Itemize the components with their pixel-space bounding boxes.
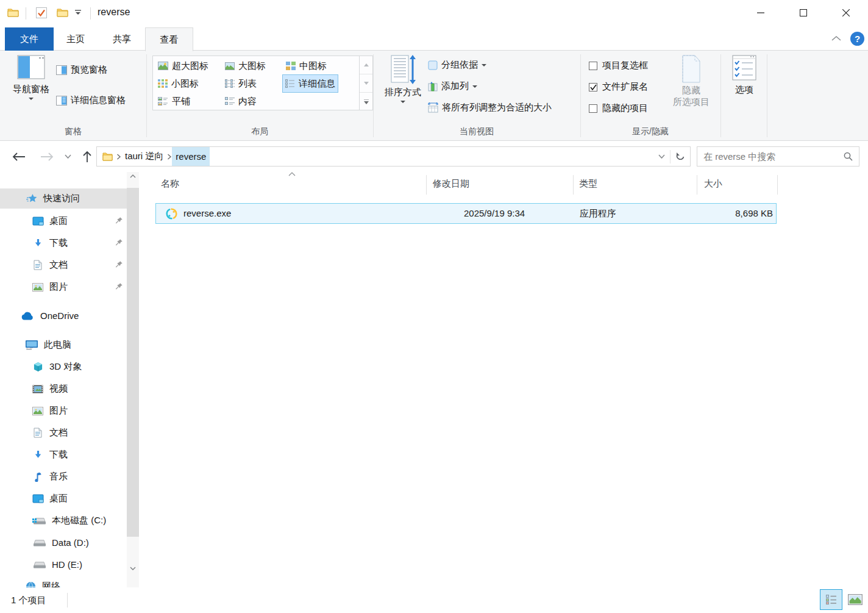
layout-medium-icons[interactable]: 中图标 [283,57,329,74]
up-button[interactable] [78,141,96,172]
sidebar-item-onedrive[interactable]: OneDrive [0,306,127,326]
breadcrumb-chevron-icon[interactable] [116,154,121,160]
add-columns-icon [428,82,438,91]
video-icon [32,385,44,393]
hidden-items-checkbox[interactable]: 隐藏的项目 [589,102,648,114]
close-button[interactable] [832,0,860,26]
column-divider[interactable] [777,175,778,195]
sidebar-item-music[interactable]: 音乐 [0,467,127,487]
sidebar-item-desktop-pinned[interactable]: 桌面 [0,211,127,231]
tab-home[interactable]: 主页 [56,27,95,51]
address-dropdown-button[interactable] [653,154,670,159]
sidebar-item-documents-pinned[interactable]: 文档 [0,255,127,275]
gallery-scroll-down[interactable] [360,74,372,92]
network-globe-icon [24,581,37,587]
show-hide-group-label: 显示/隐藏 [580,126,720,137]
layout-tiles[interactable]: 平铺 [155,93,193,110]
sidebar-item-videos[interactable]: 视频 [0,379,127,399]
pin-icon[interactable] [115,282,123,291]
column-divider[interactable] [426,175,427,195]
collapse-ribbon-button[interactable] [831,35,842,41]
qat-customize-dropdown[interactable] [74,10,82,16]
column-divider[interactable] [697,175,697,195]
column-header-date[interactable]: 修改日期 [433,178,469,190]
help-button[interactable]: ? [850,31,865,46]
search-icon[interactable] [838,152,859,161]
sidebar-item-pictures-pinned[interactable]: 图片 [0,277,127,297]
sidebar-item-documents[interactable]: 文档 [0,423,127,443]
search-input[interactable] [697,151,838,162]
column-header-size[interactable]: 大小 [704,178,722,190]
window-title: reverse [98,7,130,18]
preview-pane-button[interactable]: 预览窗格 [56,64,107,76]
sidebar-item-label: 视频 [49,383,68,395]
back-button[interactable] [10,141,28,172]
sidebar-item-pictures[interactable]: 图片 [0,401,127,421]
refresh-button[interactable] [671,152,690,162]
details-view-toggle[interactable] [820,589,842,610]
sidebar-item-hd-e[interactable]: HD (E:) [0,554,127,575]
tab-view[interactable]: 查看 [145,27,193,51]
details-pane-button[interactable]: 详细信息窗格 [56,95,126,106]
column-header-type[interactable]: 类型 [579,178,597,190]
layout-details[interactable]: 详细信息 [282,74,338,93]
sidebar-item-network[interactable]: 网络 [0,576,127,587]
qat-properties-button[interactable] [35,7,48,19]
pin-icon[interactable] [115,260,123,269]
file-type: 应用程序 [580,208,616,220]
recent-locations-dropdown[interactable] [61,141,74,172]
address-bar[interactable]: tauri 逆向 reverse [96,146,691,167]
document-icon [32,260,44,270]
column-header-name[interactable]: 名称 [161,178,179,190]
sidebar-scrollbar[interactable] [127,172,139,587]
nav-pane-button[interactable]: 导航窗格 [9,55,54,100]
layout-content[interactable]: 内容 [222,93,259,110]
item-check-boxes-checkbox[interactable]: 项目复选框 [589,60,648,71]
picture-icon [32,407,44,415]
add-columns-button[interactable]: 添加列 [428,81,477,92]
sidebar-item-this-pc[interactable]: 此电脑 [0,335,127,355]
options-label: 选项 [735,84,753,96]
breadcrumb-chevron-icon[interactable] [167,154,172,160]
sort-by-button[interactable]: 排序方式 [379,55,427,103]
gallery-more-button[interactable] [360,92,372,110]
search-box[interactable] [697,146,859,167]
tab-share[interactable]: 共享 [102,27,141,51]
maximize-button[interactable] [789,0,817,26]
breadcrumb-current[interactable]: reverse [172,147,210,166]
file-name-extensions-checkbox[interactable]: 文件扩展名 [589,81,648,93]
pin-icon[interactable] [115,217,123,225]
qat-new-folder-button[interactable] [57,8,68,18]
scroll-up-arrow[interactable] [127,174,139,178]
file-row-reverse-exe[interactable]: reverse.exe 2025/9/19 9:34 应用程序 8,698 KB [155,203,777,224]
gallery-scroll-up[interactable] [360,56,372,74]
sidebar-item-3d-objects[interactable]: 3D 对象 [0,357,127,377]
maximize-icon [800,9,807,16]
sidebar-item-desktop[interactable]: 桌面 [0,489,127,509]
preview-pane-icon [56,65,67,75]
file-name-extensions-label: 文件扩展名 [602,81,648,93]
group-by-button[interactable]: 分组依据 [428,59,486,71]
minimize-button[interactable] [747,0,775,26]
scrollbar-thumb[interactable] [127,188,139,537]
layout-small-icons[interactable]: 小图标 [155,75,201,92]
hide-selected-button[interactable]: 隐藏 所选项目 [668,55,714,108]
forward-button[interactable] [38,141,56,172]
layout-large-icons[interactable]: 大图标 [222,57,268,74]
sidebar-item-downloads-pinned[interactable]: 下载 [0,233,127,253]
breadcrumb-parent[interactable]: tauri 逆向 [121,147,167,166]
layout-list[interactable]: 列表 [222,75,259,92]
pin-icon[interactable] [115,238,123,247]
list-view-icon [225,79,235,88]
tab-file[interactable]: 文件 [5,27,54,51]
scroll-down-arrow[interactable] [127,567,139,570]
layout-extra-large-icons[interactable]: 超大图标 [155,57,211,74]
column-divider[interactable] [573,175,574,195]
size-all-columns-button[interactable]: 将所有列调整为合适的大小 [428,102,552,113]
sidebar-item-downloads[interactable]: 下载 [0,445,127,465]
options-button[interactable]: 选项 [725,55,763,96]
sidebar-item-local-disk-c[interactable]: 本地磁盘 (C:) [0,511,127,531]
thumbnail-view-toggle[interactable] [844,589,866,610]
sidebar-item-quick-access[interactable]: 快速访问 [0,188,127,209]
sidebar-item-data-d[interactable]: Data (D:) [0,532,127,553]
